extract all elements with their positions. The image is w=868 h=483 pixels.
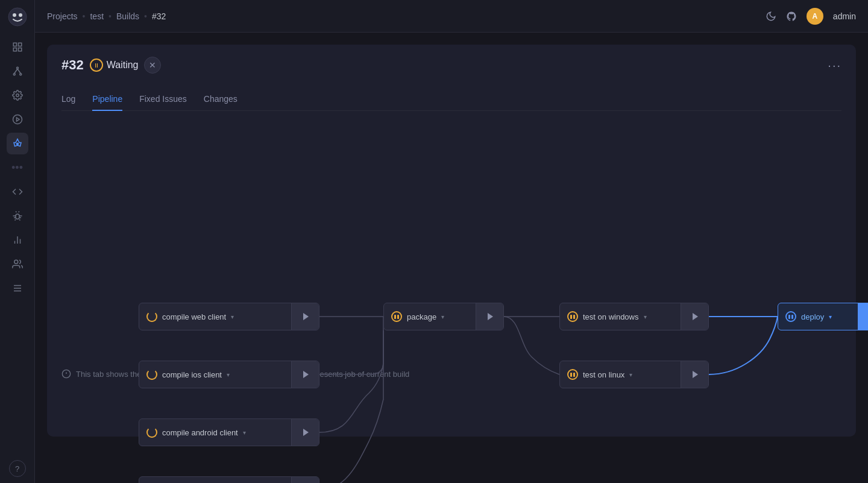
breadcrumb-test[interactable]: test xyxy=(90,11,104,21)
pause-status-icon xyxy=(785,311,796,322)
chevron-down-icon: ▾ xyxy=(629,371,632,378)
job-label: compile ios client xyxy=(162,370,222,379)
job-run-button[interactable] xyxy=(291,303,319,330)
avatar[interactable]: A xyxy=(807,8,823,25)
job-label: deploy xyxy=(801,312,824,321)
svg-point-19 xyxy=(14,260,17,264)
pause-status-icon xyxy=(567,311,578,322)
job-label: compile android client xyxy=(162,428,238,437)
admin-label: admin xyxy=(833,11,856,21)
job-label-area: test on windows ▾ xyxy=(560,311,681,322)
pause-status-icon xyxy=(567,369,578,380)
github-icon[interactable] xyxy=(786,11,797,22)
sidebar: ••• ? xyxy=(0,0,35,483)
job-label: compile web client xyxy=(162,312,226,321)
theme-toggle-icon[interactable] xyxy=(766,11,776,22)
job-package[interactable]: package ▾ xyxy=(383,303,504,330)
play-icon xyxy=(693,371,698,378)
job-run-button[interactable] xyxy=(476,303,503,330)
job-deploy[interactable]: deploy ▾ xyxy=(778,303,868,330)
breadcrumb-build-number: #32 xyxy=(152,11,166,21)
svg-point-9 xyxy=(19,74,21,75)
svg-marker-14 xyxy=(16,118,19,121)
play-icon xyxy=(303,371,309,378)
chevron-down-icon: ▾ xyxy=(829,314,832,320)
svg-point-2 xyxy=(19,13,22,17)
chevron-down-icon: ▾ xyxy=(231,314,234,320)
tab-log[interactable]: Log xyxy=(61,88,75,111)
source-control-icon[interactable] xyxy=(7,181,28,203)
pipelines-icon[interactable] xyxy=(7,60,28,82)
svg-point-1 xyxy=(13,13,16,17)
pipeline-canvas: compile web client ▾ compile ios client … xyxy=(61,128,841,357)
job-run-button[interactable] xyxy=(291,418,319,446)
svg-point-7 xyxy=(16,67,18,69)
job-test-on-linux[interactable]: test on linux ▾ xyxy=(559,361,709,388)
status-badge: Waiting xyxy=(90,58,139,72)
rocket-icon[interactable] xyxy=(7,133,28,154)
job-label-area: compile ios client ▾ xyxy=(139,369,291,380)
dots-icon[interactable]: ••• xyxy=(7,157,28,178)
help-icon[interactable]: ? xyxy=(9,460,26,477)
chevron-down-icon: ▾ xyxy=(441,314,444,320)
topnav-right: A admin xyxy=(766,8,856,25)
breadcrumb-builds[interactable]: Builds xyxy=(116,11,139,21)
breadcrumb-projects[interactable]: Projects xyxy=(47,11,78,21)
chevron-down-icon: ▾ xyxy=(243,429,246,436)
svg-rect-6 xyxy=(18,48,21,51)
main-area: Projects • test • Builds • #32 A admin #… xyxy=(35,0,868,483)
settings-icon[interactable] xyxy=(7,84,28,106)
play-icon xyxy=(303,429,309,436)
build-tabs: Log Pipeline Fixed Issues Changes xyxy=(61,88,841,111)
svg-rect-4 xyxy=(18,43,21,46)
job-run-button[interactable] xyxy=(291,361,319,388)
more-options-button[interactable]: ··· xyxy=(828,58,841,72)
sliders-icon[interactable] xyxy=(7,277,28,299)
build-card: #32 Waiting ✕ ··· Log Pipeline Fixed Iss… xyxy=(47,45,856,437)
topnav: Projects • test • Builds • #32 A admin xyxy=(35,0,868,33)
pause-status-icon xyxy=(391,311,402,322)
job-run-button[interactable] xyxy=(681,303,708,330)
play-icon[interactable] xyxy=(7,109,28,130)
svg-line-10 xyxy=(14,69,17,74)
dashboard-icon[interactable] xyxy=(7,36,28,58)
tab-fixed-issues[interactable]: Fixed Issues xyxy=(139,88,187,111)
cancel-build-button[interactable]: ✕ xyxy=(144,57,161,74)
chevron-down-icon: ▾ xyxy=(227,371,230,378)
job-label-area: compile web client ▾ xyxy=(139,311,291,322)
tab-pipeline[interactable]: Pipeline xyxy=(92,88,122,111)
team-icon[interactable] xyxy=(7,253,28,275)
build-header-left: #32 Waiting ✕ xyxy=(61,57,161,74)
app-logo[interactable] xyxy=(7,6,28,28)
breadcrumb: Projects • test • Builds • #32 xyxy=(47,11,166,21)
svg-line-11 xyxy=(17,69,20,74)
waiting-status-icon xyxy=(90,58,103,72)
chart-icon[interactable] xyxy=(7,229,28,251)
job-label-area: test on linux ▾ xyxy=(560,369,681,380)
build-header: #32 Waiting ✕ ··· xyxy=(61,57,841,74)
job-label: package xyxy=(407,312,436,321)
job-run-button[interactable] xyxy=(291,476,319,483)
job-label: test on linux xyxy=(583,370,624,379)
svg-rect-3 xyxy=(13,43,16,46)
tab-changes[interactable]: Changes xyxy=(204,88,237,111)
job-compile-ios-client[interactable]: compile ios client ▾ xyxy=(139,361,319,388)
bug-icon[interactable] xyxy=(7,205,28,227)
job-compile-web-client[interactable]: compile web client ▾ xyxy=(139,303,319,330)
content-area: #32 Waiting ✕ ··· Log Pipeline Fixed Iss… xyxy=(35,33,868,483)
job-run-button[interactable] xyxy=(681,361,708,388)
job-compile-android-client[interactable]: compile android client ▾ xyxy=(139,418,319,446)
job-label-area: package ▾ xyxy=(384,311,476,322)
play-icon xyxy=(693,313,698,320)
status-label: Waiting xyxy=(107,60,139,71)
svg-point-15 xyxy=(16,143,18,145)
svg-rect-5 xyxy=(13,48,16,51)
job-test-on-windows[interactable]: test on windows ▾ xyxy=(559,303,709,330)
job-label-area: deploy ▾ xyxy=(778,311,858,322)
job-run-button[interactable] xyxy=(858,303,868,330)
chevron-down-icon: ▾ xyxy=(644,314,647,320)
job-label: test on windows xyxy=(583,312,639,321)
svg-point-12 xyxy=(16,94,19,97)
job-compile-backend[interactable]: compile backend ▾ xyxy=(139,476,319,483)
svg-point-8 xyxy=(13,74,15,75)
